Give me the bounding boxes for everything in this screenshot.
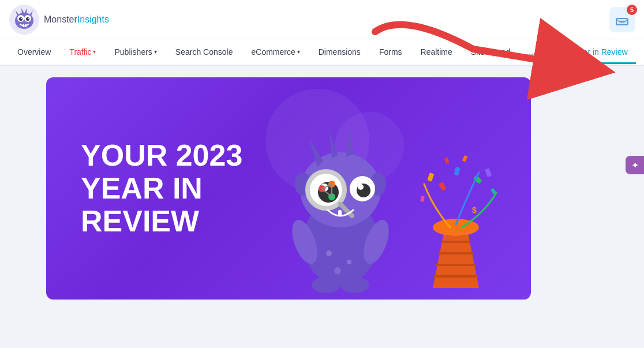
svg-rect-61	[444, 157, 449, 163]
banner-character	[277, 115, 404, 300]
svg-marker-21	[361, 137, 372, 163]
svg-point-7	[28, 18, 29, 19]
svg-point-4	[19, 17, 23, 21]
nav-item-forms[interactable]: Forms	[371, 42, 410, 64]
svg-rect-54	[454, 167, 460, 176]
nav-item-overview[interactable]: Overview	[9, 42, 59, 64]
logo-area: MonsterInsights	[9, 5, 136, 35]
svg-point-41	[334, 267, 341, 274]
svg-rect-53	[439, 182, 447, 191]
svg-point-37	[358, 184, 364, 190]
svg-rect-56	[427, 173, 434, 182]
svg-marker-20	[346, 128, 354, 156]
traffic-chevron-icon: ▾	[93, 48, 96, 55]
notification-area: 5	[609, 7, 635, 32]
inbox-icon	[616, 14, 628, 25]
nav-item-realtime[interactable]: Realtime	[413, 42, 460, 64]
banner-text: YOUR 2023 YEAR IN REVIEW	[46, 139, 242, 238]
notification-button[interactable]: 5	[609, 7, 635, 32]
svg-point-5	[26, 17, 29, 21]
banner-popper: $	[398, 138, 514, 300]
svg-rect-38	[338, 210, 342, 216]
svg-marker-46	[433, 230, 479, 288]
svg-point-45	[340, 277, 369, 293]
svg-rect-57	[485, 168, 492, 177]
nav-item-year-in-review[interactable]: 2023 Year in Review	[546, 42, 636, 64]
nav-item-dimensions[interactable]: Dimensions	[310, 42, 369, 64]
svg-point-52	[433, 219, 479, 236]
navbar: Overview Traffic ▾ Publishers ▾ Search C…	[0, 39, 644, 66]
banner-title-line1: YOUR 2023	[81, 139, 242, 172]
svg-point-25	[318, 182, 339, 203]
nav-item-traffic[interactable]: Traffic ▾	[61, 42, 104, 64]
svg-point-44	[312, 277, 340, 293]
svg-rect-58	[420, 196, 425, 202]
main-content: YOUR 2023 YEAR IN REVIEW	[0, 66, 644, 348]
svg-rect-12	[23, 24, 24, 27]
nav-item-site-speed[interactable]: Site Speed	[463, 42, 519, 64]
nav-item-publishers[interactable]: Publishers ▾	[106, 42, 164, 64]
nav-item-more[interactable]: ...	[521, 42, 544, 64]
notification-badge: 5	[627, 5, 637, 15]
side-star-button[interactable]: ✦	[626, 156, 644, 174]
svg-text:$: $	[472, 205, 477, 215]
nav-item-search-console[interactable]: Search Console	[167, 42, 241, 64]
svg-rect-60	[462, 155, 468, 162]
logo-icon	[9, 5, 39, 35]
nav-item-ecommerce[interactable]: eCommerce ▾	[243, 42, 308, 64]
logo-monster: Monster	[44, 14, 77, 24]
svg-rect-13	[25, 24, 27, 27]
ecommerce-chevron-icon: ▾	[297, 48, 300, 55]
banner-title-line3: REVIEW	[81, 205, 242, 238]
svg-point-39	[326, 250, 332, 256]
banner-title-line2: YEAR IN	[81, 172, 242, 205]
svg-point-40	[347, 260, 351, 264]
header: MonsterInsights 5	[0, 0, 644, 39]
logo-insights: Insights	[77, 14, 109, 24]
publishers-chevron-icon: ▾	[154, 48, 157, 55]
svg-point-6	[21, 18, 22, 19]
logo-text: MonsterInsights	[44, 14, 109, 25]
svg-rect-15	[620, 21, 624, 23]
year-in-review-banner: YOUR 2023 YEAR IN REVIEW	[46, 77, 531, 300]
